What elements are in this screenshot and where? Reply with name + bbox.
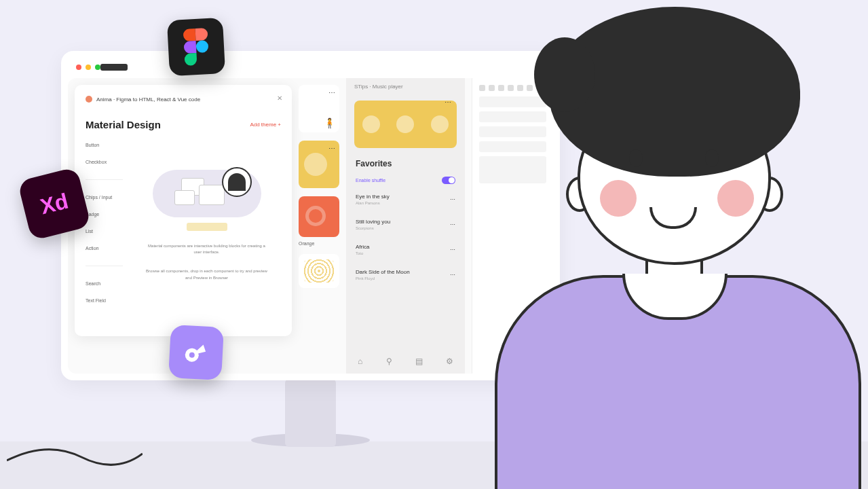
close-icon[interactable]: ✕	[277, 94, 282, 102]
modal-header-text: Anima · Figma to HTML, React & Vue code	[96, 96, 200, 103]
ring-shape	[305, 206, 326, 226]
mock-window	[199, 185, 225, 205]
monitor-stand	[285, 379, 336, 447]
xd-label: Xd	[38, 188, 71, 219]
cloud-shape	[153, 170, 261, 217]
song-title: Dark Side of the Moon	[356, 269, 410, 275]
preview-card[interactable]: ⋯	[299, 141, 339, 188]
character-illustration	[454, 3, 868, 489]
mock-window	[174, 190, 195, 205]
modal-title: Material Design	[86, 119, 161, 130]
flower-shape	[362, 115, 380, 133]
minimize-dot[interactable]	[86, 65, 91, 70]
burst-shape	[304, 259, 334, 283]
flower-shape	[396, 115, 414, 133]
side-item[interactable]: List	[86, 229, 123, 234]
mouse-cable	[7, 433, 143, 474]
add-theme-button[interactable]: Add theme +	[250, 122, 281, 128]
anima-app-icon	[168, 325, 224, 380]
song-row[interactable]: Dark Side of the MoonPink Floyd⋯	[346, 262, 465, 287]
divider	[86, 179, 123, 180]
kebab-icon[interactable]: ⋯	[328, 89, 335, 96]
modal-header: Anima · Figma to HTML, React & Vue code	[86, 96, 281, 103]
side-item[interactable]: Text Field	[86, 298, 123, 303]
highlight-pill	[187, 223, 227, 231]
album-art: ⋯	[354, 101, 457, 148]
song-row[interactable]: AfricaToto⋯	[346, 237, 465, 262]
window-traffic-lights	[76, 65, 100, 70]
close-dot[interactable]	[76, 65, 81, 70]
song-artist: Scorpions	[356, 226, 390, 230]
circle-shape	[304, 153, 327, 176]
figma-app-icon	[167, 18, 225, 76]
maximize-dot[interactable]	[95, 65, 100, 70]
settings-icon[interactable]: ⚙	[446, 357, 453, 366]
side-item[interactable]: Action	[86, 246, 123, 251]
song-artist: Pink Floyd	[356, 276, 410, 280]
music-player-frame: STips · Music player ⋯ Favorites Enable …	[346, 78, 465, 374]
song-row[interactable]: Still loving youScorpions⋯	[346, 212, 465, 237]
description-text: Browse all components, drop in each comp…	[146, 268, 268, 281]
library-icon[interactable]: ▤	[415, 357, 423, 366]
preview-label: Orange	[299, 241, 339, 246]
song-artist: Toto	[356, 251, 369, 255]
song-title: Eye in the sky	[356, 194, 390, 200]
side-item[interactable]: Checkbox	[86, 160, 123, 164]
shuffle-row: Enable shuffle	[346, 174, 465, 187]
side-item[interactable]: Chips / Input	[86, 195, 123, 200]
search-icon[interactable]: ⚲	[386, 357, 392, 366]
figure-icon: 🧍	[324, 117, 335, 128]
kebab-icon[interactable]: ⋯	[445, 98, 451, 106]
divider	[86, 266, 123, 266]
favorites-heading: Favorites	[346, 153, 465, 174]
anima-badge-icon	[86, 96, 92, 103]
side-item[interactable]: Badge	[86, 212, 123, 217]
player-nav: ⌂ ⚲ ▤ ⚙	[346, 349, 465, 374]
description-text: Material components are interactive buil…	[146, 243, 268, 256]
song-row[interactable]: Eye in the skyAlan Parsons⋯	[346, 187, 465, 212]
kebab-icon[interactable]: ⋯	[328, 145, 335, 152]
flower-shape	[431, 115, 449, 133]
side-item[interactable]: Button	[86, 143, 123, 147]
home-icon[interactable]: ⌂	[358, 357, 362, 366]
preview-card[interactable]	[299, 254, 339, 288]
component-side-list: Button Checkbox Chips / Input Badge List…	[86, 143, 123, 303]
preview-column: ⋯ 🧍 ⋯ Orange	[299, 85, 339, 288]
song-title: Africa	[356, 244, 369, 250]
song-artist: Alan Parsons	[356, 201, 390, 205]
illustration: Material components are interactive buil…	[132, 143, 281, 303]
plugin-modal: Anima · Figma to HTML, React & Vue code …	[75, 85, 292, 336]
side-item[interactable]: Search	[86, 281, 123, 286]
player-title: STips · Music player	[346, 78, 465, 95]
shuffle-toggle[interactable]	[442, 177, 455, 184]
preview-card[interactable]: ⋯ 🧍	[299, 85, 339, 132]
shuffle-label: Enable shuffle	[356, 178, 385, 183]
preview-card[interactable]	[299, 196, 339, 237]
material-logo-icon	[222, 167, 252, 197]
title-bar-pill	[100, 64, 128, 71]
song-title: Still loving you	[356, 219, 390, 225]
